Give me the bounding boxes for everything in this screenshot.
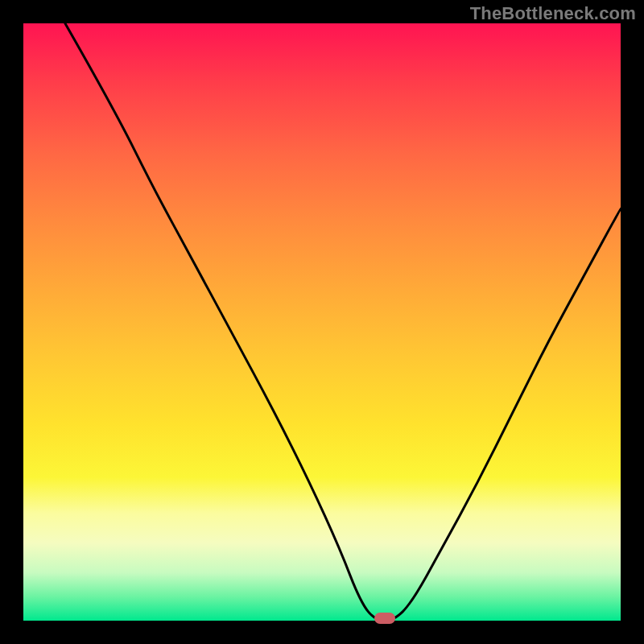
optimum-marker [374,613,395,624]
chart-frame: TheBottleneck.com [0,0,644,644]
chart-plot-area [23,23,621,621]
watermark-text: TheBottleneck.com [470,3,636,24]
